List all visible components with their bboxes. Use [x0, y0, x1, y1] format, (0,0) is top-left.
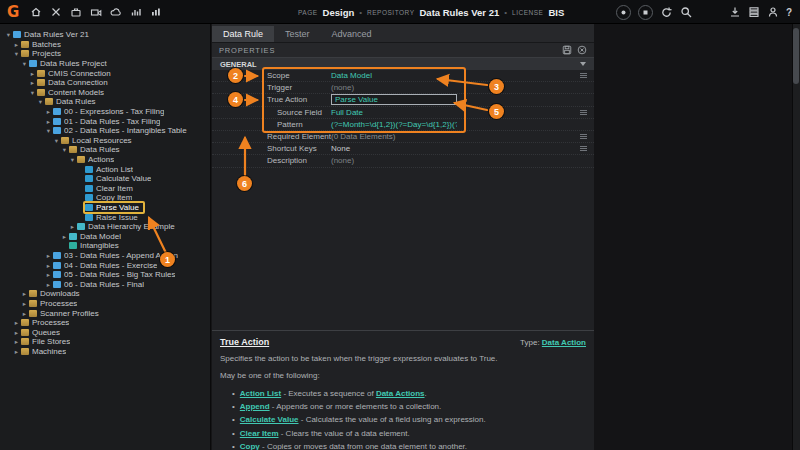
property-row-true-action[interactable]: True ActionParse Value [212, 94, 594, 106]
search-icon[interactable] [680, 6, 693, 19]
property-row-description[interactable]: Description(none) [212, 155, 594, 167]
tree-item[interactable]: ▸Data Model [0, 231, 210, 241]
property-value-trigger[interactable]: (none) [331, 83, 457, 92]
tree-item[interactable]: ▸Data Connection [0, 78, 210, 88]
property-value-scope[interactable]: Data Model [331, 71, 457, 80]
layers-icon[interactable] [748, 6, 760, 18]
tree-expander-icon[interactable]: ▸ [44, 117, 53, 126]
tree-item[interactable]: Raise Issue [0, 212, 210, 222]
help-link[interactable]: Data Actions [376, 389, 425, 398]
tree-item[interactable]: ▸04 - Data Rules - Exercise [0, 260, 210, 270]
help-link[interactable]: Calculate Value [240, 415, 299, 424]
download-icon[interactable] [729, 6, 741, 18]
tree-expander-icon[interactable]: ▸ [20, 289, 29, 298]
tree-item[interactable]: ▸Processes [0, 318, 210, 328]
tree-item-root[interactable]: ▾Data Rules Ver 21 [0, 30, 210, 40]
tree-item[interactable]: ▸Queues [0, 327, 210, 337]
tree-item[interactable]: Action List [0, 164, 210, 174]
property-value-required[interactable]: (0 Data Elements) [331, 132, 457, 141]
help-link[interactable]: Append [240, 402, 270, 411]
tree-item[interactable]: ▸CMIS Connection [0, 68, 210, 78]
tree-expander-icon[interactable]: ▸ [12, 347, 21, 356]
property-value-source-field[interactable]: Full Date [331, 108, 457, 117]
property-row-required-elements[interactable]: Required Elements(0 Data Elements) [212, 131, 594, 143]
tree-expander-icon[interactable]: ▾ [52, 136, 61, 145]
save-icon[interactable] [557, 41, 572, 59]
tree-expander-icon[interactable]: ▾ [12, 49, 21, 58]
tree-item[interactable]: ▾Data Rules [0, 97, 210, 107]
row-menu-icon[interactable] [580, 73, 587, 74]
help-link[interactable]: Clear Item [240, 429, 279, 438]
tree-expander-icon[interactable]: ▸ [12, 40, 21, 49]
property-row-trigger[interactable]: Trigger(none) [212, 82, 594, 94]
tree-item[interactable]: ▸00 - Expressions - Tax Filing [0, 107, 210, 117]
tree-item[interactable]: ▸File Stores [0, 337, 210, 347]
tree-item[interactable]: ▾Data Rules Project [0, 59, 210, 69]
row-menu-icon[interactable] [580, 146, 587, 147]
tab-tester[interactable]: Tester [274, 26, 321, 42]
tree-expander-icon[interactable]: ▸ [44, 270, 53, 279]
tree-expander-icon[interactable]: ▾ [20, 59, 29, 68]
stop-icon[interactable] [638, 5, 653, 20]
app-logo[interactable]: G [7, 3, 19, 21]
tree-item[interactable]: Calculate Value [0, 174, 210, 184]
tree-item[interactable]: ▸03 - Data Rules - Append Action [0, 251, 210, 261]
help-type-link[interactable]: Data Action [542, 338, 586, 347]
tree-expander-icon[interactable]: ▸ [44, 280, 53, 289]
tree-item[interactable]: ▾Content Models [0, 88, 210, 98]
tree-expander-icon[interactable]: ▸ [12, 318, 21, 327]
tree-item[interactable]: ▸06 - Data Rules - Final [0, 279, 210, 289]
tree-item[interactable]: ▾02 - Data Rules - Intangibles Table [0, 126, 210, 136]
tree-expander-icon[interactable]: ▸ [60, 232, 69, 241]
tree-item[interactable]: ▸Downloads [0, 289, 210, 299]
camera-icon[interactable] [90, 6, 102, 18]
section-header-general[interactable]: GENERAL [212, 57, 594, 70]
property-row-source-field[interactable]: Source FieldFull Date [212, 107, 594, 119]
tree-expander-icon[interactable]: ▾ [4, 30, 13, 39]
tree-expander-icon[interactable]: ▸ [12, 337, 21, 346]
tree-expander-icon[interactable]: ▸ [28, 69, 37, 78]
tree-item-parse-value[interactable]: Parse Value [0, 203, 210, 213]
property-value-pattern[interactable]: (?=Month=\d{1,2})(?=Day=\d{1,2})(?=Y... [331, 120, 457, 129]
tree-expander-icon[interactable]: ▾ [28, 88, 37, 97]
help-link[interactable]: Copy [240, 442, 260, 450]
tree-item[interactable]: ▸Batches [0, 40, 210, 50]
cloud-icon[interactable] [110, 6, 122, 18]
property-row-pattern[interactable]: Pattern(?=Month=\d{1,2})(?=Day=\d{1,2})(… [212, 119, 594, 131]
tree-item[interactable]: Intangibles [0, 241, 210, 251]
tree-item[interactable]: ▾Actions [0, 155, 210, 165]
property-value-description[interactable]: (none) [331, 156, 457, 165]
tools-icon[interactable] [50, 6, 62, 18]
tree-expander-icon[interactable]: ▸ [12, 328, 21, 337]
help-icon[interactable]: ? [786, 7, 792, 18]
tree-item[interactable]: ▸Scanner Profiles [0, 308, 210, 318]
scrollbar-track[interactable] [792, 24, 800, 450]
scrollbar-thumb[interactable] [793, 28, 799, 84]
tree-item[interactable]: Copy Item [0, 193, 210, 203]
property-value-shortcut[interactable]: None [331, 144, 457, 153]
property-row-shortcut-keys[interactable]: Shortcut KeysNone [212, 143, 594, 155]
refresh-icon[interactable] [660, 6, 673, 19]
close-icon[interactable] [572, 41, 587, 59]
tree-expander-icon[interactable]: ▾ [68, 155, 77, 164]
tree-expander-icon[interactable]: ▸ [20, 309, 29, 318]
tree-expander-icon[interactable]: ▸ [44, 107, 53, 116]
row-menu-icon[interactable] [580, 110, 587, 111]
tab-advanced[interactable]: Advanced [321, 26, 383, 42]
chevron-down-icon[interactable] [580, 62, 586, 66]
tree-expander-icon[interactable]: ▸ [28, 78, 37, 87]
tree-item[interactable]: ▸05 - Data Rules - Big Tax Rules [0, 270, 210, 280]
bar-chart-icon[interactable] [130, 6, 142, 18]
tree-expander-icon[interactable]: ▸ [44, 251, 53, 260]
home-icon[interactable] [30, 6, 42, 18]
tree-expander-icon[interactable]: ▸ [44, 261, 53, 270]
tree-item[interactable]: ▸Machines [0, 347, 210, 357]
tree-item[interactable]: Clear Item [0, 184, 210, 194]
property-row-scope[interactable]: ScopeData Model [212, 70, 594, 82]
tree-item[interactable]: ▸Data Hierarchy Example [0, 222, 210, 232]
tree-item[interactable]: ▾Data Rules [0, 145, 210, 155]
record-icon[interactable] [616, 5, 631, 20]
true-action-input[interactable]: Parse Value [331, 94, 457, 105]
tree-item[interactable]: ▸Processes [0, 299, 210, 309]
row-menu-icon[interactable] [580, 134, 587, 135]
